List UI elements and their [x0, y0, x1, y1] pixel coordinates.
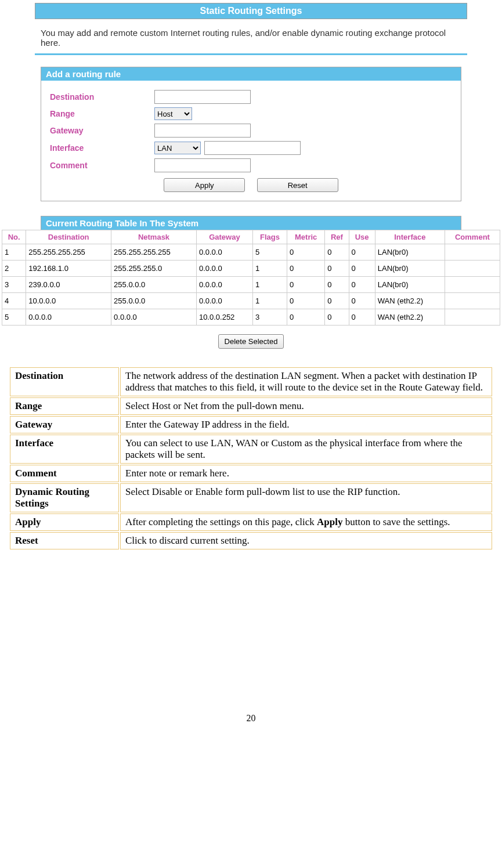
divider	[35, 53, 467, 55]
description-definition: After completing the settings on this pa…	[120, 513, 492, 531]
description-term: Dynamic Routing Settings	[10, 483, 119, 512]
description-row: Dynamic Routing SettingsSelect Disable o…	[10, 483, 492, 512]
routing-table-column-header: Gateway	[196, 230, 252, 244]
table-row: 410.0.0.0255.0.0.00.0.0.01000WAN (eth2.2…	[2, 293, 500, 309]
description-table: DestinationThe network address of the de…	[9, 366, 493, 551]
gateway-label: Gateway	[47, 126, 154, 135]
add-rule-section: Add a routing rule Destination Range Hos…	[41, 67, 461, 201]
delete-selected-button[interactable]: Delete Selected	[218, 334, 284, 349]
range-select[interactable]: Host	[154, 107, 192, 120]
routing-table-column-header: Interface	[375, 230, 445, 244]
routing-table-column-header: Flags	[252, 230, 287, 244]
interface-select[interactable]: LAN	[154, 142, 201, 154]
destination-input[interactable]	[154, 90, 251, 104]
page-title-bar: Static Routing Settings	[35, 3, 467, 19]
description-row: ResetClick to discard current setting.	[10, 532, 492, 549]
description-row: InterfaceYou can select to use LAN, WAN …	[10, 435, 492, 464]
table-row: 3239.0.0.0255.0.0.00.0.0.01000LAN(br0)	[2, 277, 500, 293]
routing-table: No.DestinationNetmaskGatewayFlagsMetricR…	[2, 230, 500, 326]
routing-table-column-header: Metric	[287, 230, 325, 244]
description-term: Interface	[10, 435, 119, 464]
destination-label: Destination	[47, 92, 154, 102]
routing-table-column-header: No.	[2, 230, 26, 244]
routing-table-header: Current Routing Table In The System	[41, 216, 461, 230]
description-row: ApplyAfter completing the settings on th…	[10, 513, 492, 531]
description-term: Gateway	[10, 416, 119, 433]
description-term: Range	[10, 397, 119, 415]
intro-text: You may add and remote custom Internet r…	[41, 28, 461, 48]
description-row: DestinationThe network address of the de…	[10, 367, 492, 396]
description-term: Comment	[10, 465, 119, 482]
description-row: GatewayEnter the Gateway IP address in t…	[10, 416, 492, 433]
reset-button[interactable]: Reset	[257, 178, 338, 192]
apply-button[interactable]: Apply	[164, 178, 245, 192]
add-rule-header: Add a routing rule	[41, 67, 461, 81]
description-term: Reset	[10, 532, 119, 549]
interface-label: Interface	[47, 143, 154, 153]
routing-table-column-header: Comment	[445, 230, 500, 244]
description-definition: Enter note or remark here.	[120, 465, 492, 482]
page-number: 20	[0, 713, 502, 729]
comment-label: Comment	[47, 161, 154, 170]
description-row: RangeSelect Host or Net from the pull-do…	[10, 397, 492, 415]
description-row: CommentEnter note or remark here.	[10, 465, 492, 482]
comment-input[interactable]	[154, 158, 251, 172]
routing-table-column-header: Destination	[26, 230, 111, 244]
table-row: 50.0.0.00.0.0.010.0.0.2523000WAN (eth2.2…	[2, 309, 500, 326]
description-definition: Select Disable or Enable form pull-dowm …	[120, 483, 492, 512]
description-definition: Click to discard current setting.	[120, 532, 492, 549]
description-term: Destination	[10, 367, 119, 396]
description-term: Apply	[10, 513, 119, 531]
interface-extra-input[interactable]	[204, 141, 301, 155]
range-label: Range	[47, 109, 154, 118]
table-row: 1255.255.255.255255.255.255.2550.0.0.050…	[2, 244, 500, 261]
description-definition: Select Host or Net from the pull-down me…	[120, 397, 492, 415]
description-definition: Enter the Gateway IP address in the fiel…	[120, 416, 492, 433]
description-definition: The network address of the destination L…	[120, 367, 492, 396]
routing-table-column-header: Ref	[325, 230, 349, 244]
gateway-input[interactable]	[154, 124, 251, 138]
routing-table-column-header: Netmask	[111, 230, 197, 244]
table-row: 2192.168.1.0255.255.255.00.0.0.01000LAN(…	[2, 261, 500, 277]
routing-table-column-header: Use	[349, 230, 375, 244]
description-definition: You can select to use LAN, WAN or Custom…	[120, 435, 492, 464]
